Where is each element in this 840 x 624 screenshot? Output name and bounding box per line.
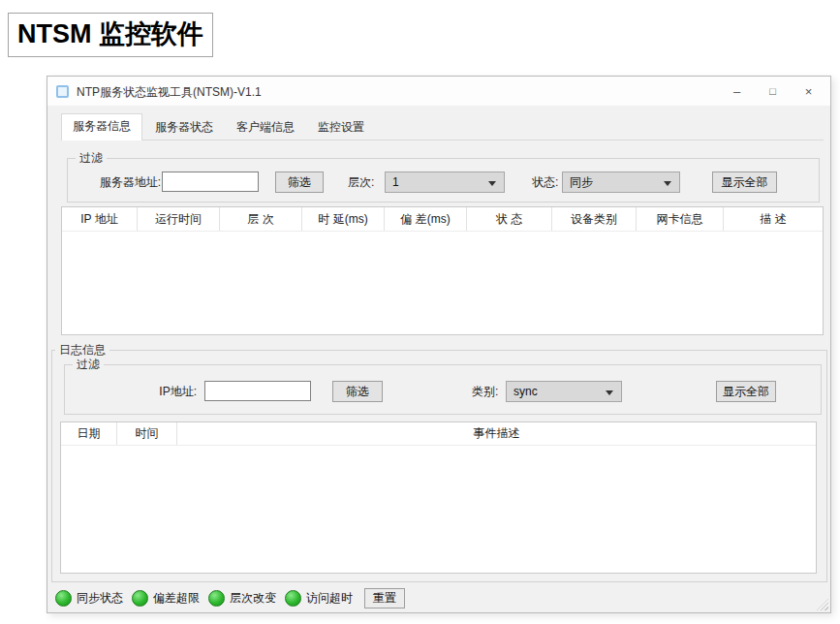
col-event-description[interactable]: 事件描述	[177, 422, 816, 445]
category-select[interactable]: sync	[506, 381, 622, 402]
col-device-type[interactable]: 设备类别	[552, 207, 637, 231]
app-window: NTP服务状态监视工具(NTSM)-V1.1 – □ × 服务器信息 服务器状态…	[47, 76, 831, 613]
access-timeout-led-icon	[285, 590, 301, 607]
server-filter-group: 过滤 服务器地址: 筛选 层次: 1 状态: 同步 显示全部	[67, 158, 820, 203]
page-heading: NTSM 监控软件	[8, 13, 213, 57]
indicator-label: 偏差超限	[153, 590, 200, 607]
log-filter-group-label: 过滤	[73, 358, 104, 372]
server-table-header: IP 地址 运行时间 层 次 时 延(ms) 偏 差(ms) 状 态 设备类别 …	[62, 207, 823, 232]
log-filter-group: 过滤 IP地址: 筛选 类别: sync 显示全部	[64, 364, 822, 415]
col-nic-info[interactable]: 网卡信息	[637, 207, 724, 231]
minimize-icon[interactable]: –	[719, 77, 755, 106]
log-ip-label: IP地址:	[133, 381, 197, 402]
indicator-offset-exceeded: 偏差超限	[132, 590, 200, 607]
tab-server-status[interactable]: 服务器状态	[144, 115, 224, 140]
tab-strip: 服务器信息 服务器状态 客户端信息 监控设置	[61, 117, 377, 140]
tab-server-info[interactable]: 服务器信息	[61, 113, 142, 140]
server-address-input[interactable]	[162, 172, 259, 192]
title-bar[interactable]: NTP服务状态监视工具(NTSM)-V1.1 – □ ×	[47, 77, 830, 106]
indicator-label: 层次改变	[230, 590, 276, 607]
status-select[interactable]: 同步	[562, 172, 680, 193]
col-date[interactable]: 日期	[61, 422, 117, 445]
status-select-value: 同步	[570, 174, 593, 191]
resize-grip[interactable]	[817, 599, 828, 610]
status-label: 状态:	[532, 172, 558, 193]
col-uptime[interactable]: 运行时间	[138, 207, 220, 231]
log-show-all-button[interactable]: 显示全部	[716, 381, 776, 402]
log-table: 日期 时间 事件描述	[60, 421, 817, 574]
col-ip-address[interactable]: IP 地址	[62, 207, 138, 231]
col-time[interactable]: 时间	[117, 422, 177, 445]
tab-monitor-settings[interactable]: 监控设置	[307, 115, 375, 140]
server-show-all-button[interactable]: 显示全部	[712, 172, 777, 193]
server-filter-button[interactable]: 筛选	[275, 172, 324, 193]
indicator-access-timeout: 访问超时	[285, 590, 353, 607]
log-filter-button[interactable]: 筛选	[332, 381, 383, 402]
offset-exceeded-led-icon	[132, 590, 148, 607]
stratum-select-value: 1	[392, 175, 399, 189]
maximize-icon[interactable]: □	[755, 77, 791, 106]
indicator-label: 同步状态	[77, 590, 123, 607]
window-title: NTP服务状态监视工具(NTSM)-V1.1	[77, 84, 262, 101]
log-info-group-label: 日志信息	[55, 343, 109, 358]
stratum-select[interactable]: 1	[385, 172, 505, 193]
col-delay[interactable]: 时 延(ms)	[302, 207, 385, 231]
indicator-stratum-changed: 层次改变	[208, 590, 276, 607]
col-description[interactable]: 描 述	[724, 207, 823, 231]
server-table: IP 地址 运行时间 层 次 时 延(ms) 偏 差(ms) 状 态 设备类别 …	[61, 206, 824, 335]
stratum-label: 层次:	[348, 172, 374, 193]
reset-button[interactable]: 重置	[364, 588, 405, 608]
server-address-label: 服务器地址:	[97, 172, 161, 193]
col-stratum[interactable]: 层 次	[220, 207, 302, 231]
category-select-value: sync	[513, 385, 538, 398]
server-filter-group-label: 过滤	[76, 151, 107, 166]
tab-client-info[interactable]: 客户端信息	[226, 115, 305, 140]
log-info-group: 日志信息 过滤 IP地址: 筛选 类别: sync 显示全部 日期 时间 事件描…	[51, 350, 827, 582]
category-label: 类别:	[472, 381, 498, 402]
status-bar: 同步状态 偏差超限 层次改变 访问超时 重置	[55, 587, 405, 608]
col-status[interactable]: 状 态	[467, 207, 552, 231]
log-table-header: 日期 时间 事件描述	[61, 422, 816, 446]
window-controls: – □ ×	[719, 77, 826, 106]
stratum-changed-led-icon	[208, 590, 225, 607]
col-offset[interactable]: 偏 差(ms)	[385, 207, 467, 231]
indicator-sync-status: 同步状态	[55, 590, 123, 607]
sync-status-led-icon	[55, 590, 72, 607]
app-icon	[56, 85, 69, 98]
log-ip-input[interactable]	[204, 381, 311, 401]
close-icon[interactable]: ×	[791, 77, 826, 106]
indicator-label: 访问超时	[306, 590, 353, 607]
